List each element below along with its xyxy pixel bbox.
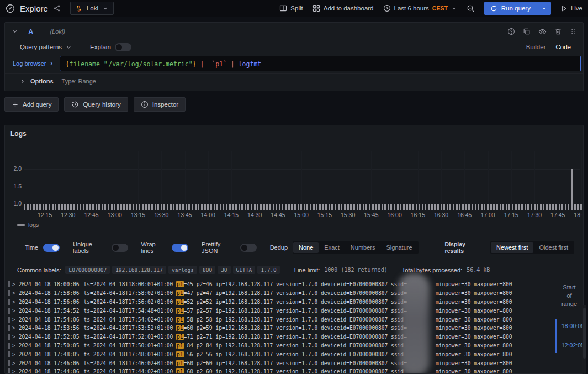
run-query-dropdown[interactable] (537, 2, 551, 15)
log-row[interactable]: >2024-04-18 18:00:06ts=2024-04-18T18:00:… (5, 280, 583, 289)
log-mid: =71 p2=71 ip=192.168.128.117 version=1.7… (184, 334, 407, 340)
display-option-oldest-first[interactable]: Oldest first (533, 242, 574, 253)
x-gridline (45, 151, 45, 210)
expand-row-chevron-icon[interactable]: > (12, 281, 15, 287)
add-query-button[interactable]: Add query (4, 97, 59, 112)
log-row[interactable]: >2024-04-18 17:44:06ts=2024-04-18T17:44:… (5, 367, 583, 373)
log-row[interactable]: >2024-04-18 17:52:05ts=2024-04-18T17:52:… (5, 333, 583, 341)
logs-volume-chart[interactable]: logs 2.01.51.012:1512:3012:4513:0013:151… (7, 148, 582, 231)
dedup-option-exact[interactable]: Exact (319, 242, 345, 253)
dedup-option-signature[interactable]: Signature (380, 242, 417, 253)
options-expand-chevron-icon[interactable] (20, 78, 25, 84)
log-row[interactable]: >2024-04-18 17:53:56ts=2024-04-18T17:53:… (5, 324, 583, 333)
log-row[interactable]: >2024-04-18 17:46:06ts=2024-04-18T17:46:… (5, 359, 583, 367)
log-browser-button[interactable]: Log browser (13, 60, 54, 67)
expand-row-chevron-icon[interactable]: > (12, 299, 15, 305)
expand-row-chevron-icon[interactable]: > (12, 290, 15, 296)
wrap-lines-toggle[interactable] (172, 244, 188, 252)
logs-volume-bar (490, 204, 492, 210)
time-toggle[interactable] (43, 244, 60, 252)
log-row[interactable]: >2024-04-18 17:56:06ts=2024-04-18T17:56:… (5, 298, 583, 307)
expand-row-chevron-icon[interactable]: > (12, 325, 15, 331)
split-button[interactable]: Split (279, 4, 303, 12)
logs-panel-title: Logs (10, 130, 27, 138)
query-expression-input[interactable]: {filename="/var/log/solar.metric"} |= `p… (60, 56, 581, 71)
share-link-icon[interactable] (53, 4, 61, 12)
live-label: Live (571, 5, 582, 12)
mode-code-tab[interactable]: Code (556, 44, 571, 50)
duplicate-query-icon[interactable] (523, 28, 531, 35)
common-labels-label: Common labels: (17, 267, 61, 273)
collapse-query-chevron-icon[interactable] (12, 28, 18, 35)
logs-volume-bar (300, 204, 302, 210)
log-row[interactable]: >2024-04-18 17:54:52ts=2024-04-18T17:54:… (5, 306, 583, 315)
query-history-button[interactable]: Query history (64, 97, 128, 112)
logs-volume-bar (148, 204, 150, 210)
delete-query-trash-icon[interactable] (554, 28, 562, 35)
x-axis-tick-label: 13:00 (108, 212, 122, 218)
search-match-highlight: p1 (176, 308, 184, 314)
logs-volume-bar (534, 204, 536, 210)
logs-volume-bar (145, 204, 147, 210)
log-row[interactable]: >2024-04-18 17:54:06ts=2024-04-18T17:54:… (5, 315, 583, 324)
logs-volume-bar (462, 204, 464, 210)
expand-row-chevron-icon[interactable]: > (12, 360, 15, 366)
live-button[interactable]: Live (560, 5, 582, 12)
log-row[interactable]: >2024-04-18 17:48:05ts=2024-04-18T17:48:… (5, 350, 583, 359)
logs-volume-bar (441, 204, 442, 210)
add-to-dashboard-button[interactable]: Add to dashboard (312, 4, 374, 12)
query-patterns-button[interactable]: Query patterns (20, 44, 62, 50)
logs-volume-bar (325, 204, 327, 210)
datasource-picker[interactable]: Loki (70, 2, 114, 15)
logs-volume-bar (543, 204, 544, 210)
time-range-picker[interactable]: Last 6 hours CEST (383, 4, 457, 12)
expand-row-chevron-icon[interactable]: > (12, 334, 15, 340)
expand-row-chevron-icon[interactable]: > (12, 343, 15, 349)
logs-volume-bar (449, 204, 451, 210)
help-icon[interactable] (507, 28, 515, 35)
logs-volume-bar (207, 204, 209, 210)
prettify-json-toggle-label: Prettify JSON (202, 241, 235, 254)
x-axis-tick-label: 13:15 (131, 212, 145, 218)
logs-volume-bar (55, 204, 56, 210)
log-pre: ts=2024-04-18T17:50:01+01:00 (84, 343, 177, 349)
log-scrollbar-thumb[interactable] (583, 308, 586, 359)
unique-labels-toggle[interactable] (112, 244, 128, 252)
log-line-text: ts=2024-04-18T17:54:02+01:00 p1=58 p2=58… (84, 317, 512, 323)
hide-query-eye-icon[interactable] (538, 28, 547, 36)
logs-volume-bar (198, 204, 199, 210)
range-dash: — (561, 331, 584, 340)
line-limit-label: Line limit: (294, 267, 320, 273)
inspector-label: Inspector (152, 101, 178, 108)
x-axis-tick-label: 17:00 (480, 212, 495, 218)
expand-row-chevron-icon[interactable]: > (12, 317, 15, 323)
zoom-out-button[interactable] (467, 4, 475, 13)
x-gridline (441, 151, 442, 210)
log-row[interactable]: >2024-04-18 17:50:05ts=2024-04-18T17:50:… (5, 341, 583, 350)
expand-row-chevron-icon[interactable]: > (12, 351, 15, 357)
expand-row-chevron-icon[interactable]: > (12, 368, 15, 373)
dedup-option-numbers[interactable]: Numbers (345, 242, 381, 253)
options-label[interactable]: Options (30, 78, 54, 85)
logs-volume-bar (500, 204, 501, 210)
run-query-button[interactable]: Run query (484, 2, 551, 15)
dedup-option-none[interactable]: None (293, 242, 319, 253)
logs-volume-bar (241, 204, 243, 210)
prettify-json-toggle[interactable] (240, 244, 257, 252)
logs-volume-bar (502, 204, 504, 210)
split-label: Split (290, 5, 303, 12)
inspector-button[interactable]: Inspector (134, 97, 186, 112)
expand-row-chevron-icon[interactable]: > (12, 308, 15, 314)
log-mid: =56 p2=56 ip=192.168.128.117 version=1.7… (184, 351, 407, 357)
drag-handle-icon[interactable] (570, 28, 576, 35)
explain-toggle[interactable] (115, 43, 131, 51)
log-row[interactable]: >2024-04-18 17:58:06ts=2024-04-18T17:58:… (5, 289, 583, 298)
x-axis-tick-label: 17:30 (527, 212, 542, 218)
chart-legend[interactable]: logs (17, 222, 39, 228)
logs-volume-bar (453, 204, 454, 210)
search-match-highlight: p1 (176, 299, 184, 305)
mode-builder-tab[interactable]: Builder (526, 44, 546, 50)
display-option-newest-first[interactable]: Newest first (491, 242, 533, 253)
log-line-text: ts=2024-04-18T17:54:48+01:00 p1=57 p2=57… (84, 308, 512, 314)
logs-volume-bar (142, 204, 144, 210)
